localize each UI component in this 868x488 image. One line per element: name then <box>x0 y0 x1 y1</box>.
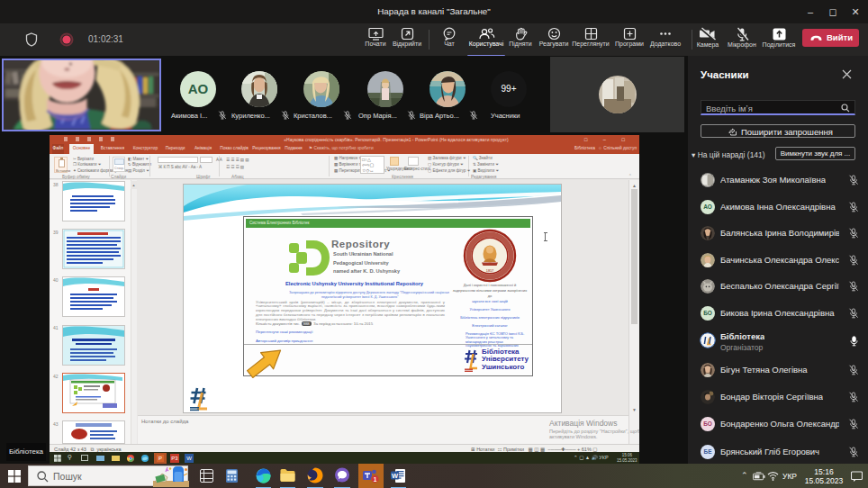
svg-text:W: W <box>392 472 399 480</box>
svg-text:1: 1 <box>374 476 377 483</box>
svg-text:1817: 1817 <box>486 268 493 272</box>
